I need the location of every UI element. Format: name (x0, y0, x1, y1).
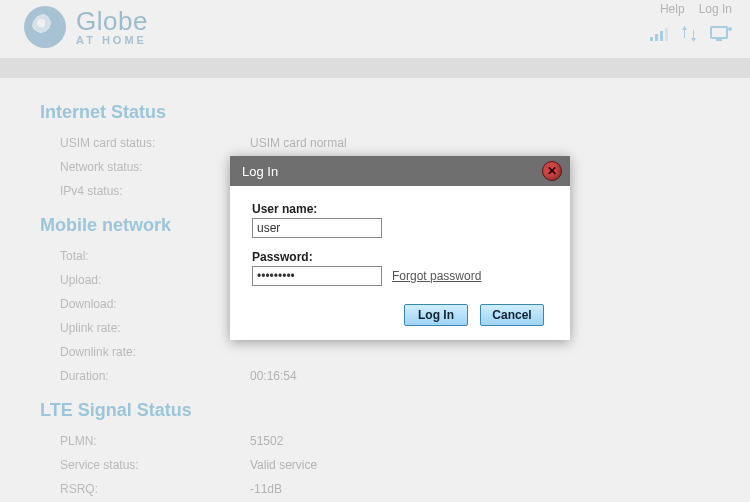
password-label: Password: (252, 250, 548, 264)
cancel-button[interactable]: Cancel (480, 304, 544, 326)
login-modal: Log In ✕ User name: Password: Forgot pas… (230, 156, 570, 340)
password-group: Password: Forgot password (252, 250, 548, 286)
forgot-password-link[interactable]: Forgot password (392, 269, 481, 283)
close-icon[interactable]: ✕ (542, 161, 562, 181)
modal-title: Log In (242, 164, 278, 179)
password-input[interactable] (252, 266, 382, 286)
username-label: User name: (252, 202, 548, 216)
username-group: User name: (252, 202, 548, 238)
modal-header: Log In ✕ (230, 156, 570, 186)
username-input[interactable] (252, 218, 382, 238)
login-button[interactable]: Log In (404, 304, 468, 326)
